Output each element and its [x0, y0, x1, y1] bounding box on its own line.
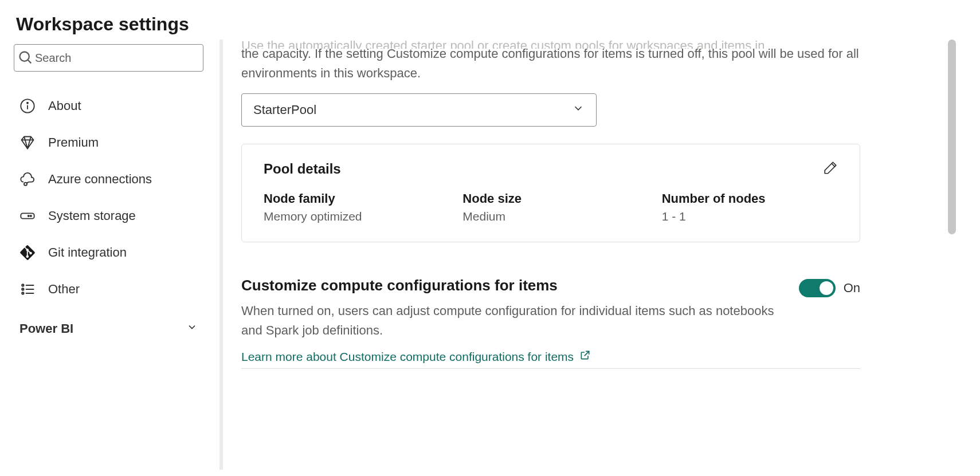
detail-number-of-nodes: Number of nodes 1 - 1: [662, 191, 838, 223]
sidebar-item-premium[interactable]: Premium: [14, 124, 203, 161]
svg-point-10: [22, 288, 23, 290]
sidebar-item-label: Git integration: [48, 245, 127, 260]
svg-point-0: [20, 52, 29, 61]
pool-select-value: StarterPool: [253, 103, 316, 117]
svg-point-4: [27, 103, 28, 104]
detail-value: 1 - 1: [662, 210, 838, 223]
toggle-state-label: On: [844, 281, 860, 296]
sidebar-item-label: About: [48, 99, 81, 113]
detail-node-size: Node size Medium: [462, 191, 638, 223]
pencil-icon: [823, 167, 838, 177]
svg-point-7: [30, 215, 32, 217]
info-icon: [19, 98, 36, 114]
svg-point-9: [22, 284, 23, 286]
detail-label: Node family: [264, 191, 440, 206]
search-box[interactable]: [14, 44, 203, 72]
svg-line-1: [28, 60, 32, 64]
pool-intro-text: the capacity. If the setting Customize c…: [241, 44, 860, 83]
pool-select[interactable]: StarterPool: [241, 93, 597, 127]
nav-list: About Premium: [14, 88, 203, 308]
chevron-down-icon: [572, 102, 585, 118]
main-content: Use the automatically created starter po…: [223, 40, 980, 470]
detail-label: Node size: [462, 191, 638, 206]
sidebar-item-label: Premium: [48, 135, 99, 150]
list-settings-icon: [19, 281, 36, 297]
svg-point-11: [22, 292, 23, 294]
sidebar-item-system-storage[interactable]: System storage: [14, 198, 203, 234]
sidebar-item-other[interactable]: Other: [14, 271, 203, 308]
sidebar-section-label: Power BI: [19, 321, 73, 336]
customize-compute-title: Customize compute configurations for ite…: [241, 277, 776, 294]
svg-point-8: [28, 215, 29, 217]
edit-pool-button[interactable]: [823, 160, 838, 178]
sidebar-section-powerbi[interactable]: Power BI: [14, 308, 203, 342]
sidebar-item-about[interactable]: About: [14, 88, 203, 124]
detail-value: Medium: [462, 210, 638, 223]
customize-compute-desc: When turned on, users can adjust compute…: [241, 301, 776, 340]
diamond-icon: [19, 135, 36, 151]
svg-point-5: [24, 183, 27, 186]
external-link-icon: [579, 349, 591, 364]
customize-compute-row: Customize compute configurations for ite…: [241, 277, 860, 369]
git-icon: [19, 245, 36, 261]
detail-value: Memory optimized: [264, 210, 440, 223]
svg-line-16: [585, 352, 589, 356]
cloud-icon: [19, 171, 36, 187]
pool-details-title: Pool details: [264, 161, 341, 177]
search-input[interactable]: [35, 52, 195, 65]
storage-icon: [19, 208, 36, 224]
scrollbar-thumb[interactable]: [948, 40, 956, 234]
detail-node-family: Node family Memory optimized: [264, 191, 440, 223]
customize-compute-toggle[interactable]: [799, 279, 836, 297]
learn-more-link[interactable]: Learn more about Customize compute confi…: [241, 349, 591, 364]
chevron-down-icon: [186, 321, 198, 336]
sidebar-item-label: System storage: [48, 209, 136, 223]
pool-details-card: Pool details Node family Memory opt: [241, 144, 860, 242]
sidebar-item-label: Other: [48, 282, 80, 297]
detail-label: Number of nodes: [662, 191, 838, 206]
sidebar-item-git-integration[interactable]: Git integration: [14, 234, 203, 271]
learn-more-label: Learn more about Customize compute confi…: [241, 350, 574, 364]
page-title: Workspace settings: [0, 0, 980, 40]
sidebar: About Premium: [0, 40, 215, 470]
toggle-knob: [820, 281, 833, 295]
scrollbar[interactable]: [947, 40, 957, 470]
sidebar-item-azure-connections[interactable]: Azure connections: [14, 161, 203, 198]
search-icon: [22, 52, 35, 64]
sidebar-item-label: Azure connections: [48, 172, 152, 187]
